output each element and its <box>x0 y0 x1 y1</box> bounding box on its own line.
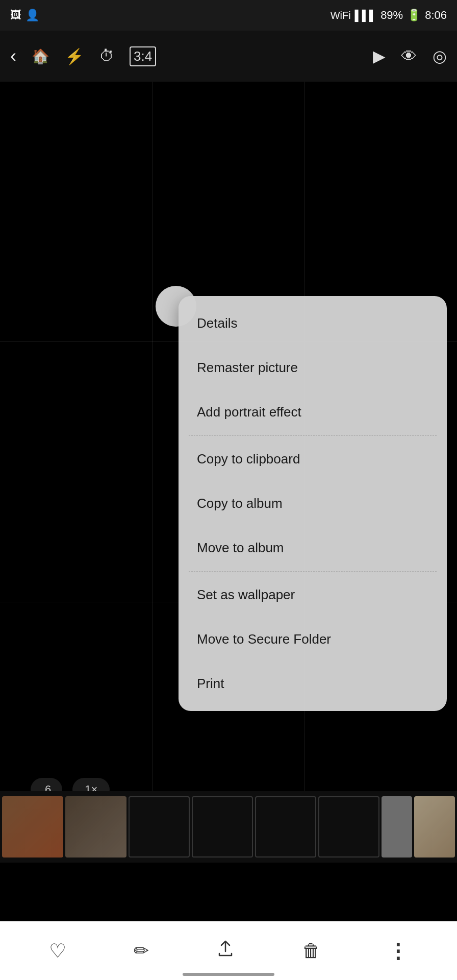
divider-2 <box>189 571 437 572</box>
thumbnail-3[interactable] <box>192 796 253 857</box>
menu-item-secure-folder[interactable]: Move to Secure Folder <box>179 617 447 662</box>
menu-item-details[interactable]: Details <box>179 301 447 346</box>
status-right: WiFi ▌▌▌ 89% 🔋 8:06 <box>331 9 447 22</box>
menu-item-copy-album[interactable]: Copy to album <box>179 481 447 526</box>
secure-folder-label: Move to Secure Folder <box>197 631 331 647</box>
thumbnail-2[interactable] <box>129 796 190 857</box>
battery-percent: 89% <box>380 9 403 22</box>
clock: 8:06 <box>425 9 447 22</box>
thumbnail-4[interactable] <box>255 796 316 857</box>
ratio-icon[interactable]: 3:4 <box>130 46 156 66</box>
heart-button[interactable]: ♡ <box>49 940 66 962</box>
flash-icon[interactable]: ⚡ <box>65 47 84 65</box>
user-icon: 👤 <box>26 9 39 22</box>
menu-item-portrait-effect[interactable]: Add portrait effect <box>179 390 447 434</box>
print-label: Print <box>197 676 224 692</box>
battery-icon: 🔋 <box>407 9 421 22</box>
thumbnail-7[interactable] <box>414 796 455 857</box>
wallpaper-label: Set as wallpaper <box>197 587 295 603</box>
thumbnail-strip <box>0 791 457 863</box>
thumbnail-5[interactable] <box>318 796 379 857</box>
status-bar: 🖼 👤 WiFi ▌▌▌ 89% 🔋 8:06 <box>0 0 457 31</box>
divider-1 <box>189 435 437 436</box>
move-album-label: Move to album <box>197 540 284 556</box>
toolbar-right: ▶ 👁 ◎ <box>373 46 447 66</box>
home-icon[interactable]: 🏠 <box>32 48 49 65</box>
thumbnail-6[interactable] <box>382 796 412 857</box>
copy-clipboard-label: Copy to clipboard <box>197 451 300 467</box>
grid-line-vertical-1 <box>152 82 153 863</box>
menu-item-copy-clipboard[interactable]: Copy to clipboard <box>179 437 447 481</box>
action-bar: ♡ ✏ 🗑 ⋮ <box>0 921 457 980</box>
notification-icon: 🖼 <box>10 9 21 22</box>
more-button[interactable]: ⋮ <box>388 939 408 963</box>
copy-album-label: Copy to album <box>197 496 283 511</box>
context-menu: Details Remaster picture Add portrait ef… <box>179 296 447 711</box>
timer-icon[interactable]: ⏱ <box>99 47 114 65</box>
home-bar <box>183 973 274 976</box>
menu-item-print[interactable]: Print <box>179 662 447 706</box>
settings-icon[interactable]: ◎ <box>433 46 447 66</box>
menu-item-wallpaper[interactable]: Set as wallpaper <box>179 573 447 617</box>
edit-button[interactable]: ✏ <box>134 940 149 962</box>
view-icon[interactable]: 👁 <box>401 47 417 66</box>
menu-item-remaster[interactable]: Remaster picture <box>179 346 447 390</box>
portrait-effect-label: Add portrait effect <box>197 404 301 420</box>
share-button[interactable] <box>216 939 235 962</box>
play-effect-icon[interactable]: ▶ <box>373 46 386 66</box>
signal-icon: ▌▌▌ <box>355 10 377 21</box>
remaster-label: Remaster picture <box>197 360 298 376</box>
delete-button[interactable]: 🗑 <box>302 940 320 962</box>
thumbnail-1[interactable] <box>65 796 126 857</box>
toolbar-left: ‹ 🏠 ⚡ ⏱ 3:4 <box>10 45 156 67</box>
toolbar: ‹ 🏠 ⚡ ⏱ 3:4 ▶ 👁 ◎ <box>0 31 457 82</box>
back-button[interactable]: ‹ <box>10 45 16 67</box>
status-left: 🖼 👤 <box>10 9 39 22</box>
menu-item-move-album[interactable]: Move to album <box>179 526 447 570</box>
details-label: Details <box>197 315 237 331</box>
wifi-icon: WiFi <box>331 10 351 21</box>
thumbnail-0[interactable] <box>2 796 63 857</box>
